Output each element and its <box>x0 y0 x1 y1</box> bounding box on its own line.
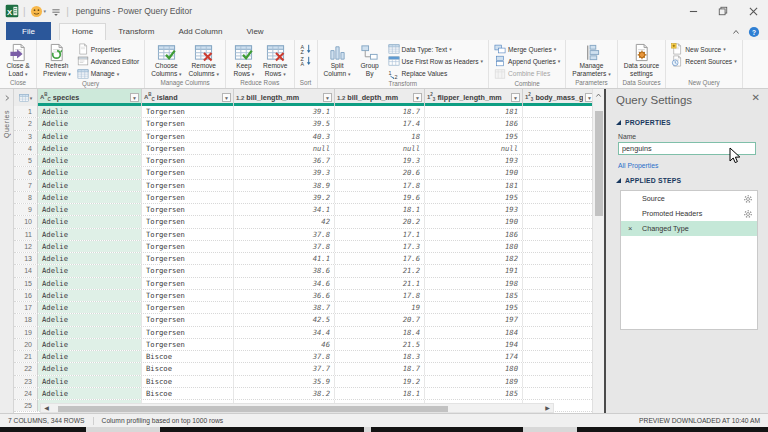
cell[interactable]: 195 <box>425 192 523 203</box>
queries-pane-collapsed[interactable]: Queries <box>0 89 14 413</box>
cell[interactable]: 182 <box>425 253 523 264</box>
cell[interactable]: 174 <box>425 351 523 362</box>
panel-close-icon[interactable]: ✕ <box>752 93 760 103</box>
cell[interactable] <box>523 106 592 117</box>
button-remove-columns[interactable]: RemoveColumns ▾ <box>186 42 222 79</box>
cell[interactable]: 21.5 <box>335 339 425 350</box>
feedback-smiley-icon[interactable] <box>30 5 43 18</box>
scroll-left-icon[interactable]: ◀ <box>41 404 52 412</box>
minimize-button[interactable] <box>678 0 708 22</box>
cell[interactable]: Torgersen <box>142 180 234 191</box>
cell[interactable]: Adelie <box>38 229 142 240</box>
cell[interactable]: 19.6 <box>335 192 425 203</box>
cell[interactable]: Torgersen <box>142 192 234 203</box>
cell[interactable]: Adelie <box>38 216 142 227</box>
cell[interactable]: 37.8 <box>234 229 335 240</box>
cell[interactable]: Torgersen <box>142 143 234 154</box>
row-number[interactable]: 20 <box>14 339 38 350</box>
cell[interactable]: 37.7 <box>234 363 335 374</box>
row-number[interactable]: 25 <box>14 400 38 411</box>
cell[interactable]: 18.1 <box>335 204 425 215</box>
cell[interactable]: 38.2 <box>234 388 335 399</box>
filter-dropdown-icon[interactable]: ▼ <box>585 93 592 102</box>
cell[interactable]: Torgersen <box>142 216 234 227</box>
scroll-right-icon[interactable]: ▶ <box>542 404 553 412</box>
cell[interactable]: 18.7 <box>335 363 425 374</box>
row-number[interactable]: 18 <box>14 314 38 325</box>
cell[interactable]: 39.3 <box>234 167 335 178</box>
step-settings[interactable] <box>743 209 753 221</box>
cell[interactable]: Torgersen <box>142 167 234 178</box>
cell[interactable]: 193 <box>425 155 523 166</box>
all-properties-link[interactable]: All Properties <box>618 162 658 169</box>
column-header-bill-depth-mm[interactable]: 1.2bill_depth_mm▼ <box>335 89 425 106</box>
cell[interactable]: 195 <box>425 302 523 313</box>
cell[interactable]: 41.1 <box>234 253 335 264</box>
button-properties[interactable]: Properties <box>75 43 141 55</box>
cell[interactable]: 17.8 <box>335 180 425 191</box>
cell[interactable]: 17.6 <box>335 253 425 264</box>
cell[interactable]: Torgersen <box>142 106 234 117</box>
cell[interactable]: 34.1 <box>234 204 335 215</box>
cell[interactable]: 193 <box>425 204 523 215</box>
cell[interactable]: 42 <box>234 216 335 227</box>
button-append-queries[interactable]: Append Queries▾ <box>492 55 562 67</box>
button-split-column[interactable]: SplitColumn ▾ <box>321 42 354 79</box>
button-az[interactable]: AZ <box>298 43 314 55</box>
tab-view[interactable]: View <box>234 24 275 40</box>
cell[interactable] <box>523 229 592 240</box>
button-za[interactable]: ZA <box>298 55 314 67</box>
button-data-source-settings[interactable]: Data sourcesettings <box>621 42 663 79</box>
row-number[interactable]: 12 <box>14 241 38 252</box>
cell[interactable]: null <box>234 143 335 154</box>
cell[interactable]: Adelie <box>38 180 142 191</box>
filter-dropdown-icon[interactable]: ▼ <box>222 93 231 102</box>
column-header-body-mass-g[interactable]: 123body_mass_g▼ <box>523 89 592 106</box>
row-number[interactable]: 1 <box>14 106 38 117</box>
cell[interactable]: 38.7 <box>234 302 335 313</box>
cell[interactable] <box>523 180 592 191</box>
cell[interactable]: 34.6 <box>234 278 335 289</box>
cell[interactable]: Adelie <box>38 327 142 338</box>
cell[interactable]: Adelie <box>38 265 142 276</box>
row-number[interactable]: 13 <box>14 253 38 264</box>
select-all-button[interactable]: ▾ <box>14 89 38 106</box>
cell[interactable]: Torgersen <box>142 155 234 166</box>
cell[interactable]: Torgersen <box>142 131 234 142</box>
cell[interactable]: 18 <box>335 131 425 142</box>
cell[interactable]: 21.2 <box>335 265 425 276</box>
button-advanced-editor[interactable]: Advanced Editor <box>75 55 141 67</box>
applied-step-promoted-headers[interactable]: Promoted Headers <box>621 206 757 221</box>
horizontal-scroll-track[interactable] <box>52 404 542 412</box>
row-number[interactable]: 15 <box>14 278 38 289</box>
cell[interactable] <box>523 351 592 362</box>
row-number[interactable]: 7 <box>14 180 38 191</box>
row-number[interactable]: 4 <box>14 143 38 154</box>
cell[interactable]: Torgersen <box>142 339 234 350</box>
cell[interactable] <box>523 278 592 289</box>
row-number[interactable]: 9 <box>14 204 38 215</box>
button-recent-sources[interactable]: Recent Sources▾ <box>669 55 738 67</box>
button-manage[interactable]: Manage▾ <box>75 68 141 80</box>
smiley-dropdown-arrow[interactable]: ▾ <box>44 8 47 14</box>
tab-home[interactable]: Home <box>59 23 106 40</box>
cell[interactable]: Adelie <box>38 155 142 166</box>
cell[interactable]: 38.9 <box>234 180 335 191</box>
cell[interactable]: Adelie <box>38 290 142 301</box>
cell[interactable]: 19.2 <box>335 376 425 387</box>
cell[interactable]: Adelie <box>38 376 142 387</box>
button-close-load[interactable]: Close &Load ▾ <box>3 42 33 79</box>
cell[interactable]: Adelie <box>38 106 142 117</box>
horizontal-scroll-thumb[interactable] <box>58 406 448 413</box>
properties-section-header[interactable]: PROPERTIES <box>616 119 671 126</box>
cell[interactable] <box>523 118 592 129</box>
cell[interactable]: 18.1 <box>335 388 425 399</box>
row-number[interactable]: 6 <box>14 167 38 178</box>
cell[interactable]: 46 <box>234 339 335 350</box>
filter-dropdown-icon[interactable]: ▼ <box>511 93 520 102</box>
cell[interactable]: 189 <box>425 376 523 387</box>
cell[interactable]: Adelie <box>38 241 142 252</box>
row-number[interactable]: 21 <box>14 351 38 362</box>
cell[interactable]: Torgersen <box>142 278 234 289</box>
cell[interactable]: 36.6 <box>234 290 335 301</box>
